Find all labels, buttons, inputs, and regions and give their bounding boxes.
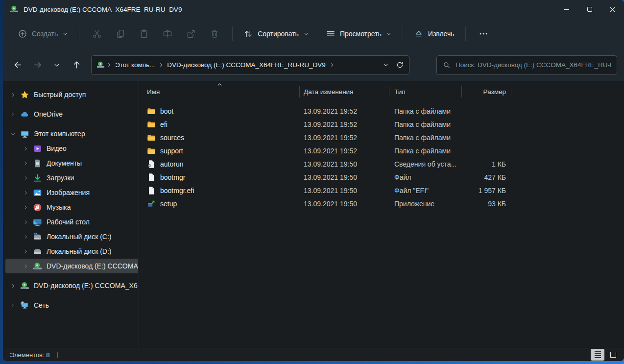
status-bar: Элементов: 8 [3, 348, 624, 361]
see-more-button[interactable] [472, 25, 495, 43]
file-row-autorun[interactable]: autorun 13.09.2021 19:50 Сведения об уст… [139, 157, 624, 170]
minimize-button[interactable] [555, 0, 578, 19]
sidebar-item-dvd-drive-e-root[interactable]: DVD-дисковод (E:) CCCOMA_X6 [5, 278, 138, 293]
column-separator[interactable] [461, 86, 462, 97]
file-row-boot[interactable]: boot 13.09.2021 19:52 Папка с файлами [139, 104, 624, 118]
setup-information-file-icon [147, 160, 156, 169]
chevron-right-icon[interactable] [23, 248, 33, 254]
share-button[interactable] [179, 25, 203, 43]
column-header-date[interactable]: Дата изменения [299, 83, 389, 100]
chevron-right-icon[interactable] [23, 219, 33, 225]
address-bar[interactable]: Этот компь... DVD-дисковод (E:) CCCOMA_X… [91, 55, 409, 75]
search-input[interactable] [456, 61, 611, 69]
sidebar-item-downloads[interactable]: Загрузки [5, 170, 138, 185]
sidebar-item-this-pc[interactable]: Этот компьютер [5, 126, 138, 141]
sidebar-item-network[interactable]: Сеть [5, 298, 138, 313]
document-icon [33, 159, 42, 168]
sort-button-label: Сортировать [258, 30, 299, 38]
dvd-drive-icon [10, 5, 19, 14]
folder-icon [147, 120, 156, 129]
file-row-efi[interactable]: efi 13.09.2021 19:52 Папка с файлами [139, 118, 624, 131]
disk-c-icon [33, 232, 42, 242]
sort-button[interactable]: Сортировать [239, 25, 314, 43]
command-toolbar: Создать Сортировать Просмотреть Извлечь [3, 19, 624, 49]
column-separator[interactable] [389, 86, 389, 97]
large-icons-view-button[interactable] [606, 349, 620, 361]
chevron-right-icon[interactable] [10, 92, 20, 97]
file-icon [147, 173, 156, 182]
eject-button[interactable]: Извлечь [409, 25, 459, 43]
sidebar-item-pictures[interactable]: Изображения [5, 185, 138, 200]
sidebar-item-onedrive[interactable]: OneDrive [5, 107, 138, 121]
chevron-right-icon[interactable] [23, 160, 33, 166]
sidebar-item-local-disk-d[interactable]: Локальный диск (D:) [5, 244, 138, 259]
file-row-sources[interactable]: sources 13.09.2021 19:52 Папка с файлами [139, 131, 624, 144]
maximize-button[interactable] [578, 0, 601, 19]
toolbar-separator [403, 26, 403, 41]
music-icon [33, 203, 42, 212]
sidebar-item-local-disk-c[interactable]: Локальный диск (C:) [5, 229, 138, 244]
sidebar-item-dvd-drive-e[interactable]: DVD-дисковод (E:) CCCOMA_X [5, 259, 138, 273]
address-dropdown-icon[interactable] [383, 62, 389, 68]
chevron-right-icon[interactable] [23, 146, 33, 151]
chevron-right-icon[interactable] [23, 263, 33, 269]
chevron-right-icon[interactable] [10, 111, 20, 117]
video-icon [33, 144, 42, 153]
chevron-right-icon[interactable] [23, 234, 33, 240]
search-box[interactable] [436, 55, 617, 75]
chevron-right-icon[interactable] [10, 302, 20, 308]
rename-button[interactable] [156, 25, 179, 43]
file-list: boot 13.09.2021 19:52 Папка с файлами ef… [139, 104, 624, 210]
sidebar-item-documents[interactable]: Документы [5, 156, 138, 170]
column-header-size[interactable]: Размер [461, 83, 511, 100]
picture-icon [33, 188, 42, 197]
cut-button[interactable] [85, 25, 109, 43]
up-arrow-icon [72, 60, 81, 70]
toolbar-separator [465, 26, 466, 41]
file-row-bootmgr[interactable]: bootmgr 13.09.2021 19:50 Файл 427 КБ [139, 170, 624, 184]
chevron-right-icon[interactable] [23, 190, 33, 195]
chevron-right-icon [158, 62, 164, 68]
breadcrumb-this-pc[interactable]: Этот компь... [113, 60, 157, 70]
explorer-window: DVD-дисковод (E:) CCCOMA_X64FRE_RU-RU_DV… [3, 0, 624, 361]
forward-button[interactable] [27, 56, 47, 74]
copy-button[interactable] [109, 25, 132, 43]
delete-button[interactable] [203, 25, 226, 43]
dvd-drive-icon [33, 262, 42, 271]
file-row-support[interactable]: support 13.09.2021 19:52 Папка с файлами [139, 144, 624, 157]
chevron-right-icon[interactable] [10, 283, 20, 289]
details-view-icon [595, 351, 601, 358]
up-button[interactable] [67, 56, 86, 74]
sidebar-item-music[interactable]: Музыка [5, 200, 138, 215]
chevron-right-icon[interactable] [23, 204, 33, 210]
setup-application-icon [147, 199, 156, 208]
file-row-bootmgr-efi[interactable]: bootmgr.efi 13.09.2021 19:50 Файл "EFI" … [139, 184, 624, 197]
view-button[interactable]: Просмотреть [321, 25, 397, 43]
sidebar-item-videos[interactable]: Видео [5, 141, 138, 156]
file-row-setup[interactable]: setup 13.09.2021 19:50 Приложение 93 КБ [139, 197, 624, 210]
chevron-right-icon[interactable] [23, 175, 33, 181]
breadcrumb-current[interactable]: DVD-дисковод (E:) CCCOMA_X64FRE_RU-RU_DV… [165, 60, 327, 70]
recent-locations-button[interactable] [47, 56, 67, 74]
sort-ascending-icon [216, 81, 223, 88]
plus-circle-icon [18, 29, 27, 39]
close-button[interactable] [601, 0, 624, 19]
status-divider [57, 352, 58, 358]
toolbar-separator [232, 26, 233, 41]
folder-icon [147, 107, 156, 116]
view-button-label: Просмотреть [340, 30, 382, 38]
column-separator[interactable] [511, 86, 511, 97]
chevron-down-icon[interactable] [10, 131, 20, 137]
back-arrow-icon [13, 60, 23, 70]
sidebar-item-desktop[interactable]: Рабочий стол [5, 215, 138, 229]
titlebar: DVD-дисковод (E:) CCCOMA_X64FRE_RU-RU_DV… [3, 0, 624, 19]
new-button[interactable]: Создать [13, 25, 73, 43]
refresh-icon[interactable] [396, 61, 404, 69]
paste-button[interactable] [132, 25, 156, 43]
column-separator[interactable] [299, 86, 300, 97]
column-header-type[interactable]: Тип [389, 83, 461, 100]
details-view-button[interactable] [591, 349, 604, 361]
back-button[interactable] [8, 56, 27, 74]
file-icon [147, 186, 156, 195]
sidebar-item-quick-access[interactable]: Быстрый доступ [5, 87, 138, 102]
